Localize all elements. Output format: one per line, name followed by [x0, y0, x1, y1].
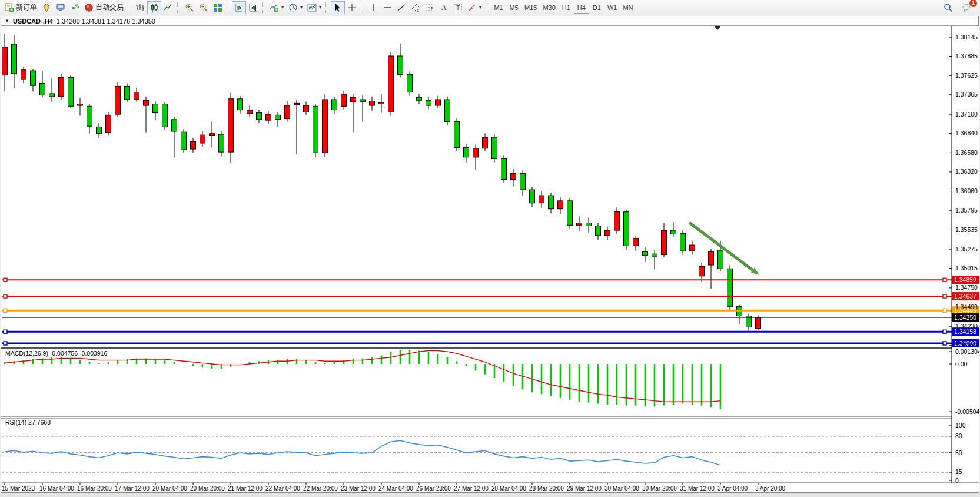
macd-label: MACD(12,26,9) -0.004756 -0.003916	[5, 350, 108, 357]
time-axis-label: 30 Mar 04:00	[604, 485, 639, 492]
timeframe-m30-button[interactable]: M30	[540, 2, 558, 14]
tile-windows-button[interactable]	[211, 1, 225, 14]
arrows-button[interactable]: ▾	[465, 1, 484, 14]
timeframe-m5-button[interactable]: M5	[506, 2, 521, 14]
rsi-axis-label: 15	[955, 468, 962, 475]
timeframe-m1-button[interactable]: M1	[491, 2, 506, 14]
toolbar-separator	[325, 2, 329, 13]
candle	[388, 56, 394, 112]
hline-handle[interactable]	[4, 294, 7, 298]
chart-background	[2, 26, 979, 492]
candle	[567, 201, 573, 225]
candle	[596, 226, 601, 236]
price-badge-label: 1.34859	[954, 276, 976, 283]
candle	[756, 317, 761, 329]
candle	[718, 250, 723, 269]
candles-icon	[150, 3, 159, 12]
chart-title-bar: ▼ USDCAD-,H4 1.34200 1.34381 1.34176 1.3…	[1, 16, 978, 26]
text-label-button[interactable]: T	[451, 1, 465, 14]
timeframe-h4-button[interactable]: H4	[574, 2, 589, 14]
hline-handle[interactable]	[943, 342, 946, 345]
channel-button[interactable]: E	[408, 1, 423, 14]
text-button[interactable]: A	[437, 1, 451, 14]
toolbar-separator	[262, 2, 265, 13]
time-axis-label: 20 Mar 20:00	[190, 485, 225, 492]
signal-icon	[70, 3, 79, 12]
macd-axis-label: 0.00	[955, 360, 968, 367]
clock-icon	[288, 3, 298, 12]
chat-button[interactable]: 1	[960, 1, 974, 14]
hline-button[interactable]	[380, 1, 394, 14]
new-order-button[interactable]: 新订单	[2, 1, 39, 14]
time-axis-label: 16 Mar 04:00	[39, 485, 74, 492]
price-axis-label: 1.38145	[955, 34, 978, 41]
candle	[238, 99, 243, 110]
search-button[interactable]	[941, 1, 955, 14]
hline-handle[interactable]	[4, 330, 7, 333]
hline-handle[interactable]	[943, 278, 946, 281]
candle	[266, 114, 271, 120]
price-axis-label: 1.35015	[955, 264, 978, 271]
hline-icon	[383, 3, 392, 12]
svg-text:A: A	[441, 4, 447, 12]
chart-canvas[interactable]: 1.348591.346371.344451.343501.341581.340…	[1, 26, 979, 493]
candle	[275, 115, 281, 120]
cursor-button[interactable]	[331, 1, 345, 14]
candle	[511, 174, 516, 180]
chart-shift-button[interactable]	[246, 1, 260, 14]
periods-button[interactable]: ▾	[286, 1, 305, 14]
toolbar-group-zooming	[182, 1, 225, 15]
candle	[464, 148, 469, 157]
zoom-out-button[interactable]	[197, 1, 211, 14]
candle	[115, 86, 121, 114]
fibonacci-button[interactable]: F	[423, 1, 437, 14]
timeframe-h1-button[interactable]: H1	[559, 2, 574, 14]
timeframe-w1-button[interactable]: W1	[604, 2, 620, 14]
candle	[530, 190, 535, 203]
zoom-in-button[interactable]	[182, 1, 197, 14]
bar-chart-button[interactable]	[133, 1, 147, 14]
gem-button[interactable]	[39, 1, 54, 14]
hline-handle[interactable]	[4, 278, 7, 281]
charts-button[interactable]	[54, 1, 68, 14]
indicators-button[interactable]: ▾	[267, 1, 286, 14]
price-axis-label: 1.34750	[955, 284, 978, 291]
hline-handle[interactable]	[4, 342, 7, 345]
autotrade-button[interactable]: 自动交易	[82, 1, 126, 14]
templates-button[interactable]: ▾	[305, 1, 324, 14]
chart-window: ▼ USDCAD-,H4 1.34200 1.34381 1.34176 1.3…	[1, 16, 979, 493]
candle	[106, 115, 111, 132]
toolbar-right: 1	[941, 1, 978, 14]
chart-menu-arrow-icon[interactable]: ▼	[5, 18, 9, 24]
hline-handle[interactable]	[943, 330, 946, 333]
vline-button[interactable]	[366, 1, 380, 14]
signal-button[interactable]	[68, 1, 82, 14]
hline-handle[interactable]	[4, 309, 7, 312]
hline-handle[interactable]	[943, 294, 946, 298]
auto-scroll-button[interactable]	[232, 1, 246, 14]
candle	[68, 77, 74, 106]
timeframe-d1-button[interactable]: D1	[589, 2, 604, 14]
candle	[483, 137, 488, 148]
line-chart-button[interactable]	[161, 1, 175, 14]
price-axis-label: 1.34490	[955, 303, 978, 310]
autoscroll-icon	[234, 3, 244, 12]
candle	[426, 100, 431, 105]
candle	[379, 102, 384, 104]
toolbar-separator	[227, 2, 230, 13]
trendline-button[interactable]	[394, 1, 408, 14]
macd-axis-label: 0.001304	[955, 348, 979, 355]
price-axis-label: 1.36320	[955, 168, 978, 175]
rsi-axis-label: 80	[955, 432, 962, 439]
svg-text:F: F	[431, 6, 433, 11]
hline-handle[interactable]	[943, 309, 946, 312]
candle-chart-button[interactable]	[147, 1, 161, 14]
crosshair-button[interactable]	[345, 1, 359, 14]
price-axis-label: 1.35535	[955, 226, 978, 233]
timeframe-mn-button[interactable]: MN	[620, 2, 636, 14]
doc-new-icon	[5, 3, 14, 12]
timeframe-m15-button[interactable]: M15	[521, 2, 540, 14]
candle	[492, 137, 497, 158]
candle	[125, 86, 130, 100]
autotrade-icon	[84, 3, 94, 12]
